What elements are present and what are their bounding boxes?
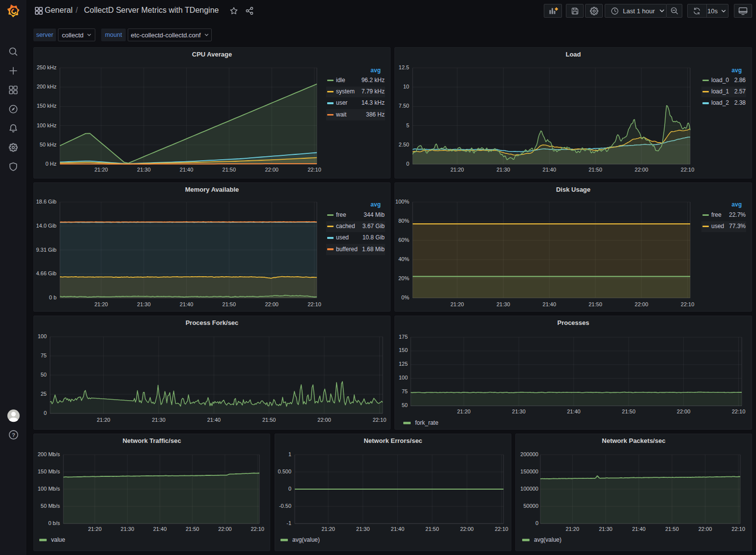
- svg-text:?: ?: [12, 432, 15, 438]
